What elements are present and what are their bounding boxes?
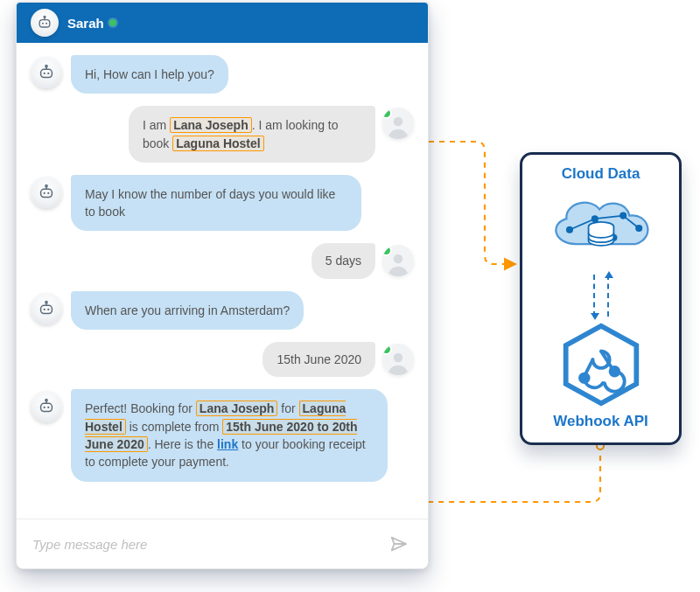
- bot-avatar-icon: [31, 9, 59, 37]
- cloud-database-icon: [536, 189, 667, 268]
- bot-avatar-icon: [31, 177, 62, 208]
- svg-point-2: [42, 23, 44, 24]
- chat-input-bar: [17, 519, 428, 568]
- svg-rect-24: [41, 404, 52, 412]
- text-fragment: Perfect! Booking for: [85, 401, 196, 415]
- bidirectional-arrows-icon: [593, 275, 609, 317]
- svg-point-17: [394, 254, 403, 264]
- svg-point-11: [394, 117, 403, 127]
- svg-point-25: [44, 407, 46, 408]
- svg-point-7: [44, 73, 46, 74]
- svg-marker-39: [565, 326, 636, 403]
- svg-point-16: [46, 185, 47, 186]
- receipt-link[interactable]: link: [217, 437, 238, 451]
- svg-point-34: [592, 216, 597, 221]
- webhook-api-title: Webhook API: [553, 413, 648, 430]
- webhook-hex-icon: [559, 323, 643, 407]
- svg-rect-6: [41, 69, 52, 77]
- message-row-bot: May I know the number of days you would …: [31, 175, 414, 232]
- integration-card: Cloud Data: [520, 152, 682, 445]
- chat-header: Sarah: [17, 3, 428, 43]
- bot-message-bubble: Hi, How can I help you?: [71, 55, 228, 94]
- entity-highlight-name: Lana Joseph: [196, 400, 278, 416]
- user-avatar-icon: [382, 344, 414, 375]
- user-avatar-icon: [382, 245, 414, 276]
- bot-message-bubble: May I know the number of days you would …: [71, 175, 361, 232]
- send-icon: [389, 534, 409, 554]
- svg-point-26: [47, 407, 49, 408]
- message-row-bot: Hi, How can I help you?: [31, 55, 414, 94]
- bot-message-bubble: Perfect! Booking for Lana Joseph for Lag…: [71, 389, 388, 481]
- chat-participant-name: Sarah: [67, 16, 104, 31]
- user-message-bubble: 5 days: [312, 243, 375, 278]
- svg-point-14: [47, 192, 49, 194]
- svg-point-10: [46, 66, 47, 67]
- svg-rect-1: [39, 20, 50, 27]
- user-avatar-icon: [382, 108, 414, 139]
- message-row-user: I am Lana Joseph. I am looking to book L…: [31, 106, 414, 163]
- text-fragment: for: [277, 401, 298, 415]
- svg-point-3: [46, 23, 47, 24]
- entity-highlight-name: Lana Joseph: [170, 117, 252, 133]
- entity-highlight-hotel: Laguna Hostel: [172, 136, 263, 151]
- user-message-bubble: I am Lana Joseph. I am looking to book L…: [129, 106, 375, 163]
- svg-point-20: [47, 309, 49, 310]
- message-row-bot: When are you arriving in Amsterdam?: [31, 291, 414, 330]
- text-fragment: is complete from: [126, 420, 222, 434]
- message-row-bot: Perfect! Booking for Lana Joseph for Lag…: [31, 389, 414, 481]
- bot-avatar-icon: [31, 57, 62, 88]
- message-row-user: 15th June 2020: [31, 342, 414, 377]
- chat-window: Sarah Hi, How can I help you? I am Lana …: [16, 2, 429, 569]
- svg-point-23: [394, 353, 403, 363]
- svg-point-8: [47, 73, 49, 74]
- svg-point-33: [566, 227, 571, 233]
- user-message-bubble: 15th June 2020: [262, 342, 375, 377]
- text-fragment: . Here is the: [148, 437, 217, 451]
- svg-point-35: [620, 213, 626, 219]
- text-fragment: I am: [143, 118, 170, 132]
- send-button[interactable]: [384, 529, 414, 559]
- svg-rect-18: [41, 305, 52, 313]
- chat-body: Hi, How can I help you? I am Lana Joseph…: [17, 43, 428, 519]
- online-status-dot-icon: [109, 19, 116, 26]
- cloud-data-title: Cloud Data: [562, 165, 640, 183]
- bot-avatar-icon: [31, 391, 62, 422]
- message-input[interactable]: [31, 536, 384, 553]
- svg-point-19: [44, 309, 46, 310]
- svg-point-5: [44, 16, 46, 17]
- svg-point-28: [46, 400, 47, 401]
- bot-avatar-icon: [31, 293, 62, 324]
- svg-point-37: [636, 226, 641, 231]
- message-row-user: 5 days: [31, 243, 414, 278]
- svg-point-22: [46, 301, 47, 303]
- bot-message-bubble: When are you arriving in Amsterdam?: [71, 291, 304, 330]
- svg-point-13: [44, 192, 46, 194]
- svg-rect-12: [41, 189, 52, 197]
